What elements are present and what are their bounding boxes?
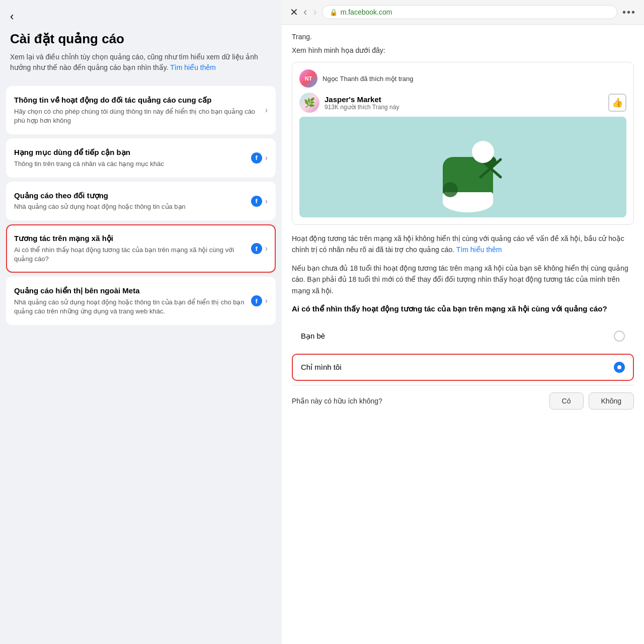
page-likes: 913K người thích Trang này [325,104,399,111]
close-icon[interactable]: ✕ [290,6,298,18]
radio-option-friends[interactable]: Bạn bè [292,323,634,350]
facebook-icon: f [251,152,262,164]
intro-text: Trang. [292,25,634,45]
chevron-right-icon: › [265,296,268,305]
radio-circle-friends [614,331,625,342]
chevron-right-icon: › [265,244,268,253]
feedback-row: Phần này có hữu ích không? Có Không [292,385,634,417]
back-nav-icon[interactable]: ‹ [303,6,307,19]
page-info-row: 🌿 Jasper's Market 913K người thích Trang… [299,93,626,113]
radio-label-only-me: Chỉ mình tôi [301,363,342,372]
user-action-text: Ngọc Thanh đã thích một trang [323,75,414,83]
learn-more-link[interactable]: Tìm hiểu thêm [170,63,216,71]
chevron-right-icon: › [265,153,268,163]
menu-item-categories[interactable]: Hạng mục dùng để tiếp cận bạn Thông tin … [6,138,276,178]
menu-item-title: Quảng cáo hiển thị bên ngoài Meta [14,286,246,296]
lock-icon: 🔒 [330,9,338,16]
url-text: m.facebook.com [341,8,392,16]
left-header: ‹ Cài đặt quảng cáo Xem lại và điều chỉn… [0,0,282,78]
menu-item-title: Quảng cáo theo đối tượng [14,191,246,201]
facebook-icon: f [251,196,262,207]
radio-circle-only-me [614,362,625,373]
menu-item-desc: Nhà quảng cáo sử dụng hoạt động hoặc thô… [14,202,246,211]
menu-item-title: Thông tin về hoạt động do đối tác quảng … [14,95,260,105]
menu-list: Thông tin về hoạt động do đối tác quảng … [6,86,276,329]
menu-item-desc: Thông tin trên trang cá nhân và các hạng… [14,159,246,169]
menu-item-external-ads[interactable]: Quảng cáo hiển thị bên ngoài Meta Nhà qu… [6,277,276,325]
learn-more-link-2[interactable]: Tìm hiểu thêm [456,246,502,254]
page-description: Xem lại và điều chỉnh tùy chọn quảng cáo… [10,52,272,73]
radio-label-friends: Bạn bè [301,332,325,341]
feedback-label: Phần này có hữu ích không? [292,397,382,405]
menu-item-desc: Nhà quảng cáo sử dụng hoạt động hoặc thô… [14,298,246,316]
avatar: NT [299,69,317,88]
menu-item-partner-activity[interactable]: Thông tin về hoạt động do đối tác quảng … [6,86,276,134]
forward-nav-icon[interactable]: › [313,6,316,19]
like-button[interactable]: 👍 [608,94,626,112]
post-user-row: NT Ngọc Thanh đã thích một trang [299,69,626,88]
page-title: Cài đặt quảng cáo [10,31,272,47]
right-content: Trang. Xem hình minh họa dưới đây: NT Ng… [282,25,644,644]
url-bar[interactable]: 🔒 m.facebook.com [322,5,617,19]
menu-item-audience-ads[interactable]: Quảng cáo theo đối tượng Nhà quảng cáo s… [6,182,276,221]
feedback-buttons: Có Không [549,392,634,410]
question-text: Ai có thể nhìn thấy hoạt động tương tác … [292,303,634,315]
svg-point-4 [443,182,458,197]
feedback-no-button[interactable]: Không [589,392,634,410]
radio-option-only-me[interactable]: Chỉ mình tôi [292,354,634,381]
chevron-right-icon: › [265,106,268,115]
facebook-icon: f [251,243,262,254]
back-button[interactable]: ‹ [10,10,14,23]
post-preview: NT Ngọc Thanh đã thích một trang 🌿 Jaspe… [292,62,634,225]
chevron-right-icon: › [265,197,268,206]
facebook-icon: f [251,295,262,306]
body-text-2: Nếu bạn chưa đủ 18 tuổi thì hoạt động tư… [292,263,634,296]
more-options-icon[interactable]: ••• [622,7,636,18]
svg-point-8 [472,141,494,163]
menu-item-desc: Hãy chọn có cho phép chúng tôi dùng thôn… [14,107,260,125]
post-image [299,117,626,217]
right-panel: ✕ ‹ › 🔒 m.facebook.com ••• Trang. Xem hì… [282,0,644,644]
browser-bar: ✕ ‹ › 🔒 m.facebook.com ••• [282,0,644,25]
left-panel: ‹ Cài đặt quảng cáo Xem lại và điều chỉn… [0,0,282,644]
page-name: Jasper's Market [325,95,399,104]
menu-item-social-interaction[interactable]: Tương tác trên mạng xã hội Ai có thể nhì… [6,224,276,273]
body-text-1: Hoạt động tương tác trên mạng xã hội khô… [292,233,634,256]
menu-item-title: Tương tác trên mạng xã hội [14,233,246,244]
menu-item-title: Hạng mục dùng để tiếp cận bạn [14,147,246,157]
example-label: Xem hình minh họa dưới đây: [292,45,634,56]
page-avatar: 🌿 [299,93,319,113]
menu-item-desc: Ai có thể nhìn thấy hoạt động tương tác … [14,246,246,264]
browser-navigation: ‹ › [303,6,317,19]
feedback-yes-button[interactable]: Có [549,392,584,410]
